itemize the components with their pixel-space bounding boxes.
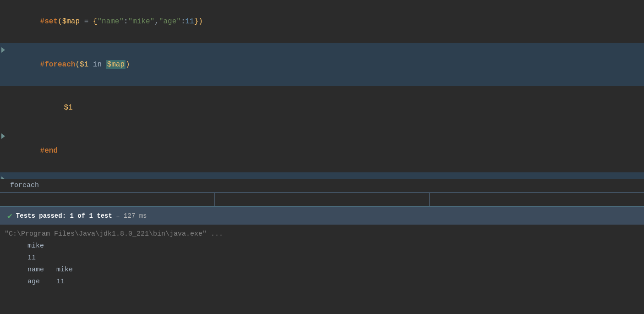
tests-time: – 127 ms (116, 212, 147, 220)
foreach-label: foreach (10, 182, 39, 189)
foreach-label-row: foreach (0, 179, 644, 193)
gutter-triangle-4 (1, 133, 5, 139)
gutter-triangle-2 (1, 47, 5, 53)
code-line-4: #end (0, 129, 644, 172)
tests-count: 1 of 1 test (70, 212, 112, 220)
console-cmd-line: "C:\Program Files\Java\jdk1.8.0_221\bin\… (0, 225, 644, 240)
code-line-1: #set($map = {"name":"mike","age":11}) (0, 0, 644, 43)
code-line-5: #foreach($i in $map.entrySet()) (0, 172, 644, 179)
console-area: "C:\Program Files\Java\jdk1.8.0_221\bin\… (0, 225, 644, 314)
console-output-mike: mike (0, 240, 644, 252)
tests-passed-label: Tests passed: (16, 212, 66, 220)
console-output-11: 11 (0, 252, 644, 264)
console-output-age-11: age 11 (0, 276, 644, 288)
test-checkmark: ✔ (7, 211, 12, 221)
gutter-triangle-5 (1, 176, 5, 179)
test-result-bar: ✔ Tests passed: 1 of 1 test – 127 ms (0, 206, 644, 225)
code-line-3: $i (0, 86, 644, 129)
code-line-2: #foreach($i in $map) (0, 43, 644, 86)
console-output-name-mike: name mike (0, 264, 644, 276)
editor-area[interactable]: #set($map = {"name":"mike","age":11}) #f… (0, 0, 644, 179)
test-label: Tests passed: 1 of 1 test – 127 ms (16, 212, 147, 220)
kw-set: #set (40, 17, 58, 26)
